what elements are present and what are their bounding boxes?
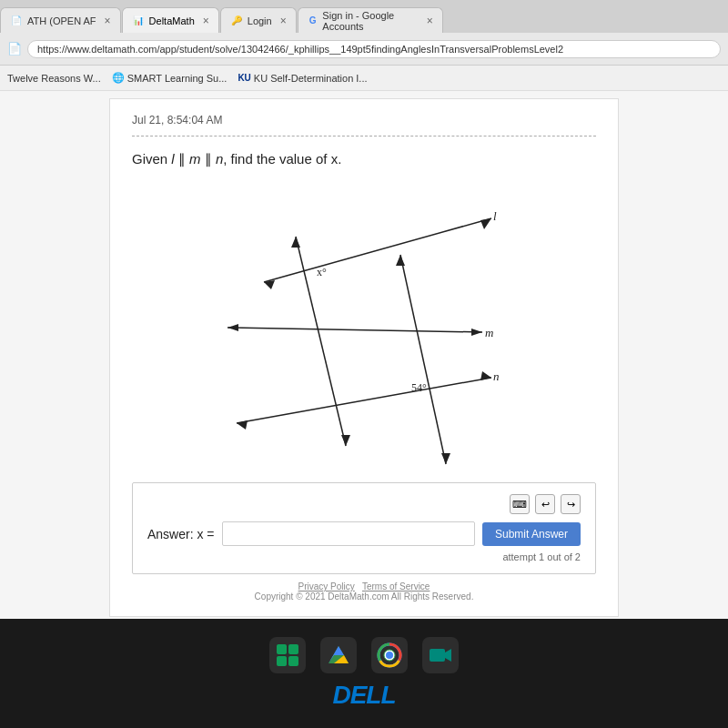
bookmark-ku[interactable]: KU KU Self-Determination I... [238, 73, 367, 84]
svg-marker-14 [441, 453, 450, 464]
browser-window: 📄 ATH (OPEN AF × 📊 DeltaMath × 🔑 Login ×… [0, 0, 728, 619]
svg-rect-15 [277, 644, 287, 654]
svg-marker-13 [396, 255, 405, 266]
page-footer: Privacy Policy Terms of Service Copyrigh… [132, 581, 596, 602]
bookmark-twelve-reasons[interactable]: Twelve Reasons W... [7, 73, 101, 84]
bookmark-ku-label: KU Self-Determination I... [254, 73, 368, 84]
tab-bar: 📄 ATH (OPEN AF × 📊 DeltaMath × 🔑 Login ×… [0, 0, 728, 33]
address-bar: 📄 https://www.deltamath.com/app/student/… [0, 33, 728, 66]
page-icon: 📄 [7, 42, 22, 56]
address-input[interactable]: https://www.deltamath.com/app/student/so… [27, 40, 721, 58]
svg-rect-18 [288, 656, 298, 666]
answer-row: Answer: x = Submit Answer [147, 521, 581, 546]
svg-marker-1 [480, 218, 491, 229]
taskbar: DELL [0, 619, 728, 728]
dell-logo: DELL [332, 681, 395, 710]
bookmarks-bar: Twelve Reasons W... 🌐 SMART Learning Su.… [0, 66, 728, 91]
tab-deltamath[interactable]: 📊 DeltaMath × [122, 7, 219, 33]
svg-point-25 [386, 652, 393, 659]
answer-input[interactable] [222, 521, 475, 546]
bookmark-twelve-reasons-label: Twelve Reasons W... [7, 73, 101, 84]
svg-line-6 [237, 378, 491, 423]
svg-rect-16 [288, 644, 298, 654]
answer-label: Answer: x = [147, 527, 215, 541]
tab-login-favicon: 🔑 [230, 15, 243, 27]
svg-line-0 [264, 218, 491, 282]
line-m-label: m [485, 326, 493, 339]
svg-marker-11 [341, 435, 350, 446]
page-content: Jul 21, 8:54:04 AM Given l ∥ m ∥ n, find… [0, 91, 728, 619]
tab-login-label: Login [248, 15, 272, 26]
angle-54-label: 54° [411, 381, 427, 394]
bookmark-smart-favicon: 🌐 [112, 72, 125, 84]
svg-rect-26 [430, 649, 445, 662]
bookmark-ku-favicon: KU [238, 73, 250, 83]
svg-rect-17 [277, 656, 287, 666]
tab-ath-favicon: 📄 [10, 15, 23, 27]
taskbar-icon-meet[interactable] [422, 637, 459, 673]
angle-x-label: x° [317, 266, 327, 278]
tab-login[interactable]: 🔑 Login × [220, 7, 297, 33]
taskbar-icon-google-drive[interactable] [320, 637, 357, 673]
tools-row: ⌨ ↩ ↪ [147, 494, 581, 514]
terms-of-service-link[interactable]: Terms of Service [362, 581, 430, 592]
diagram-area: l m n [132, 182, 596, 473]
tab-google-close[interactable]: × [427, 15, 433, 27]
tab-deltamath-favicon: 📊 [132, 15, 145, 27]
diagram-svg: l m n [132, 182, 596, 473]
taskbar-icon-google-meet[interactable] [269, 637, 306, 673]
svg-marker-27 [445, 649, 451, 662]
taskbar-icon-chrome[interactable] [371, 637, 408, 673]
svg-marker-7 [480, 371, 491, 380]
attempt-text: attempt 1 out of 2 [147, 551, 581, 562]
tab-google-label: Sign in - Google Accounts [322, 10, 418, 32]
tab-ath-close[interactable]: × [105, 15, 111, 27]
keyboard-tool-btn[interactable]: ⌨ [510, 494, 530, 514]
timestamp: Jul 21, 8:54:04 AM [132, 114, 596, 126]
undo-btn[interactable]: ↩ [535, 494, 555, 514]
answer-section: ⌨ ↩ ↪ Answer: x = Submit Answer attempt … [132, 482, 596, 574]
taskbar-icons [269, 637, 459, 673]
problem-text: Given l ∥ m ∥ n, find the value of x. [132, 151, 596, 167]
tab-deltamath-close[interactable]: × [203, 15, 209, 27]
privacy-policy-link[interactable]: Privacy Policy [298, 581, 355, 592]
svg-marker-5 [228, 324, 238, 331]
tab-ath[interactable]: 📄 ATH (OPEN AF × [0, 7, 121, 33]
line-n-label: n [493, 369, 500, 383]
svg-line-3 [228, 328, 482, 332]
copyright-text: Copyright © 2021 DeltaMath.com All Right… [255, 592, 474, 602]
tab-deltamath-label: DeltaMath [149, 15, 195, 26]
tab-login-close[interactable]: × [280, 15, 287, 27]
svg-marker-10 [291, 237, 300, 248]
bookmark-smart-learning[interactable]: 🌐 SMART Learning Su... [112, 72, 228, 84]
bookmark-smart-label: SMART Learning Su... [127, 73, 228, 84]
redo-btn[interactable]: ↪ [561, 494, 581, 514]
tab-google-favicon: G [308, 15, 318, 27]
submit-button[interactable]: Submit Answer [482, 522, 581, 546]
tab-ath-label: ATH (OPEN AF [27, 15, 96, 26]
dashed-divider [132, 136, 596, 136]
tab-google[interactable]: G Sign in - Google Accounts × [298, 7, 443, 33]
content-card: Jul 21, 8:54:04 AM Given l ∥ m ∥ n, find… [109, 98, 619, 617]
svg-marker-4 [471, 329, 482, 336]
line-l-label: l [493, 209, 497, 223]
svg-marker-8 [237, 420, 248, 430]
svg-line-12 [400, 255, 446, 464]
